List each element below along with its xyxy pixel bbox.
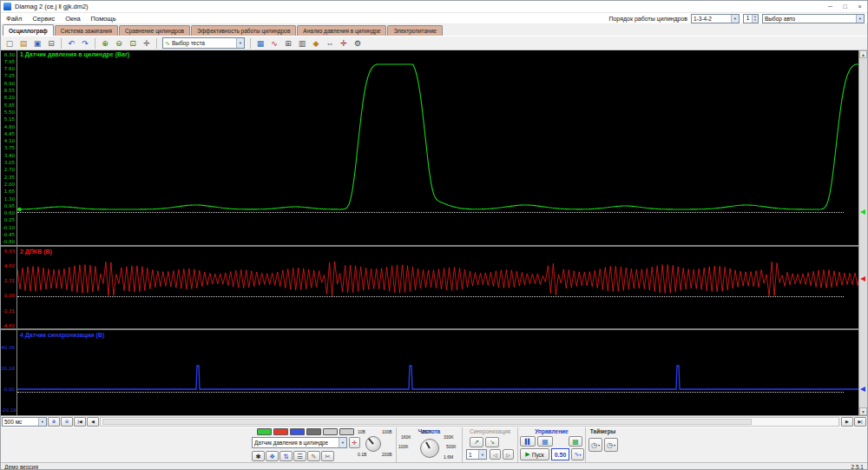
tab-ignition-system[interactable]: Система зажигания	[55, 25, 118, 36]
toolbar: ▢▤▣⊟↶↷⊕⊖⊡✛ ∿ Выбор теста ▾ ▦∿⊞▥◆⇔✛⚙	[1, 36, 867, 50]
time-zoom-in-button[interactable]: ⊕	[48, 417, 60, 427]
menu-help[interactable]: Помощь	[86, 15, 122, 23]
table-icon[interactable]: ▥	[295, 36, 309, 50]
channel-marker-ch3[interactable]	[860, 387, 865, 392]
axis-label-ch3: 0.00	[1, 387, 15, 392]
ruler-icon[interactable]: ⇔	[323, 36, 337, 50]
tab-power-supply[interactable]: Электропитание	[387, 25, 443, 36]
channel-marker-ch2[interactable]	[860, 276, 865, 281]
cylinder-number-spinner[interactable]: 1 ▴▾	[743, 14, 759, 23]
start-button[interactable]: ▶ Пуск	[520, 448, 549, 460]
grid-icon[interactable]: ⊞	[281, 36, 295, 50]
settings-gear-icon[interactable]: ⚙	[351, 36, 365, 50]
channel3-button[interactable]	[290, 428, 305, 435]
time-zoom-out-button[interactable]: ⊖	[61, 417, 73, 427]
cut-icon[interactable]: ✂	[321, 451, 334, 461]
zoom-out-icon[interactable]: ⊖	[112, 36, 126, 50]
cylinder-number-value: 1	[744, 15, 752, 23]
frequency-knob[interactable]	[420, 439, 439, 458]
channel5-button[interactable]	[323, 428, 338, 435]
marker-icon[interactable]: ◆	[309, 36, 323, 50]
sync-next-button[interactable]: ▷	[503, 449, 514, 460]
sync-source-select[interactable]: 1 ▾	[466, 449, 487, 460]
print-icon[interactable]: ⊟	[44, 36, 58, 50]
vertical-scrollbar[interactable]: ▲ ▼	[858, 50, 867, 415]
measure-icon[interactable]: ✛	[337, 36, 351, 50]
test-select[interactable]: ∿ Выбор теста ▾	[162, 37, 245, 49]
list-icon[interactable]: ☰	[293, 451, 306, 461]
timer2-button[interactable]: ◷▾	[604, 438, 618, 452]
spectrum-icon[interactable]: ∿	[267, 36, 281, 50]
slope-rising-button[interactable]: ↗	[470, 437, 483, 447]
channels-view-button[interactable]: ▦	[569, 436, 582, 447]
open-folder-icon[interactable]: ▤	[16, 36, 30, 50]
step-forward-button[interactable]: ▶	[841, 417, 853, 427]
wave-mode-button[interactable]: ∿▾	[571, 448, 584, 460]
close-button[interactable]: ×	[852, 1, 867, 12]
channel1-button[interactable]	[257, 428, 272, 435]
redo-icon[interactable]: ↷	[78, 36, 92, 50]
display-mode-button[interactable]: ▦	[537, 436, 553, 447]
cursor-icon[interactable]: ✛	[140, 36, 154, 50]
range-label: 100В	[382, 430, 392, 434]
save-icon[interactable]: ▣	[30, 36, 44, 50]
trigger-level-value[interactable]: 0.50	[551, 448, 569, 460]
axis-label-ch1: 2.35	[1, 175, 15, 180]
channels-grid-icon[interactable]: ▦	[253, 36, 267, 50]
maximize-button[interactable]: □	[838, 1, 852, 12]
menu-file[interactable]: Файл	[1, 15, 27, 23]
undo-icon[interactable]: ↶	[64, 36, 78, 50]
play-icon: ▶	[525, 451, 529, 458]
tab-cylinder-pressure-analysis[interactable]: Анализ давления в цилиндре	[297, 25, 386, 36]
channel6-button[interactable]	[339, 428, 354, 435]
timebase-select[interactable]: 500 мс ▾	[2, 417, 47, 427]
spin-down-icon[interactable]: ▾	[753, 18, 758, 23]
go-start-button[interactable]: |◀	[74, 417, 86, 427]
app-window: Diamag 2 (ce.j ll gjk.dm2) ─ □ × Файл Се…	[0, 0, 868, 470]
palette-icon[interactable]: ❖	[266, 451, 279, 461]
timeline-scrollbar[interactable]	[100, 417, 839, 427]
frequency-option: 1.6M	[444, 455, 453, 460]
step-back-button[interactable]: ◀	[87, 417, 99, 427]
axis-label-ch1: 7.95	[1, 60, 15, 64]
oscilloscope-display[interactable]: 1 Датчик давления в цилиндре (Bar) 2 ДПК…	[1, 50, 860, 415]
frequency-option: 100K	[398, 445, 409, 449]
slope-falling-button[interactable]: ↘	[485, 437, 499, 447]
new-file-icon[interactable]: ▢	[3, 36, 16, 50]
frequency-section: Частота 100K 160K 250K 330K 500K 1.6M	[396, 427, 462, 463]
channel2-button[interactable]	[273, 428, 288, 435]
voltage-range-knob[interactable]	[365, 436, 381, 452]
edit-icon[interactable]: ✎	[307, 451, 320, 461]
favorite-icon[interactable]: ✱	[252, 451, 265, 461]
axis-label-ch1: 4.10	[1, 139, 15, 143]
channel4-button[interactable]	[306, 428, 321, 435]
tab-cylinder-comparison[interactable]: Сравнение цилиндров	[119, 25, 190, 36]
sensor-select[interactable]: Датчик давления в цилиндре ▾	[252, 437, 347, 448]
move-vertical-icon[interactable]: ⇅	[279, 451, 293, 461]
zoom-reset-icon[interactable]: ⊡	[126, 36, 140, 50]
channel-marker-ch1[interactable]	[860, 209, 865, 215]
axis-label-ch1: 4.80	[1, 125, 15, 129]
timeline-scrollbar-thumb[interactable]	[102, 419, 752, 425]
tab-oscilloscope[interactable]: Осциллограф	[3, 24, 54, 36]
scroll-up-icon[interactable]: ▲	[859, 50, 867, 58]
menu-service[interactable]: Сервис	[27, 15, 60, 23]
menu-windows[interactable]: Окна	[60, 15, 85, 23]
axis-label-ch1: -0.10	[1, 226, 15, 230]
scroll-down-icon[interactable]: ▼	[859, 407, 867, 415]
cylinder-order-label: Порядок работы цилиндров	[608, 16, 687, 22]
tab-cylinder-efficiency[interactable]: Эффективность работы цилиндров	[191, 25, 296, 36]
axis-label-ch1: 1.65	[1, 189, 15, 194]
wave-icon: ∿	[165, 40, 170, 47]
minimize-button[interactable]: ─	[823, 1, 838, 12]
timers-label: Таймеры	[586, 428, 620, 434]
car-select[interactable]: Выбор авто ▾	[762, 14, 865, 23]
go-end-button[interactable]: ▶|	[854, 417, 866, 427]
zoom-in-icon[interactable]: ⊕	[98, 36, 112, 50]
sync-prev-button[interactable]: ◁	[490, 449, 501, 460]
probe-button[interactable]: ✛	[349, 437, 360, 448]
cylinder-order-select[interactable]: 1-3-4-2 ▾	[691, 14, 740, 23]
timer1-button[interactable]: ◷▾	[589, 438, 602, 452]
pause-button[interactable]: ▌▌	[520, 436, 536, 447]
control-section: Управление ▌▌ ▦ ▦ ▶ Пуск 0.50 ∿▾	[517, 427, 585, 463]
